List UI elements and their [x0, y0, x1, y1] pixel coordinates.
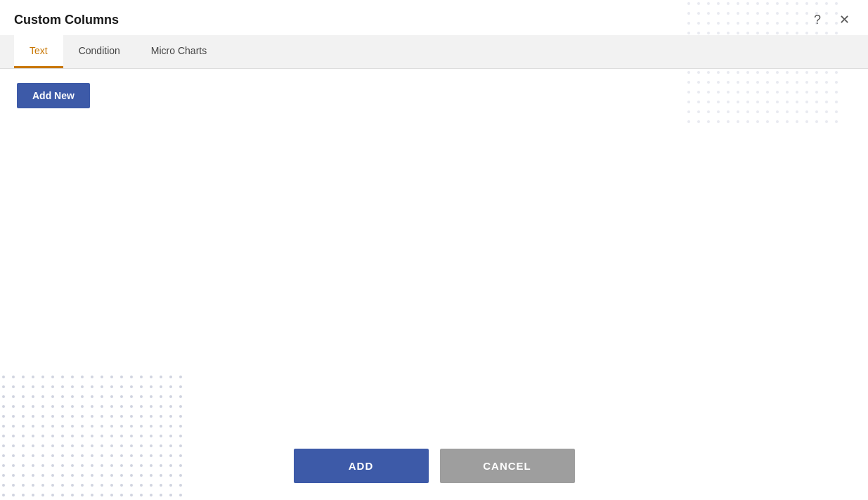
custom-columns-dialog: /* dots rendered inline below */ — [0, 0, 868, 500]
dialog-content: Add New — [0, 69, 868, 437]
dialog-footer: ADD CANCEL — [0, 437, 868, 500]
help-button[interactable]: ? — [808, 10, 827, 30]
dialog-title: Custom Columns — [14, 13, 119, 27]
tab-text[interactable]: Text — [14, 35, 63, 68]
tabs-bar: Text Condition Micro Charts — [0, 35, 868, 69]
add-new-button[interactable]: Add New — [17, 83, 90, 108]
cancel-button[interactable]: CANCEL — [440, 449, 575, 483]
tab-condition[interactable]: Condition — [63, 35, 136, 68]
dialog-header: Custom Columns ? ✕ — [0, 0, 868, 35]
add-button[interactable]: ADD — [294, 449, 429, 483]
header-actions: ? ✕ — [808, 10, 854, 30]
tab-micro-charts[interactable]: Micro Charts — [136, 35, 222, 68]
close-button[interactable]: ✕ — [834, 10, 854, 30]
